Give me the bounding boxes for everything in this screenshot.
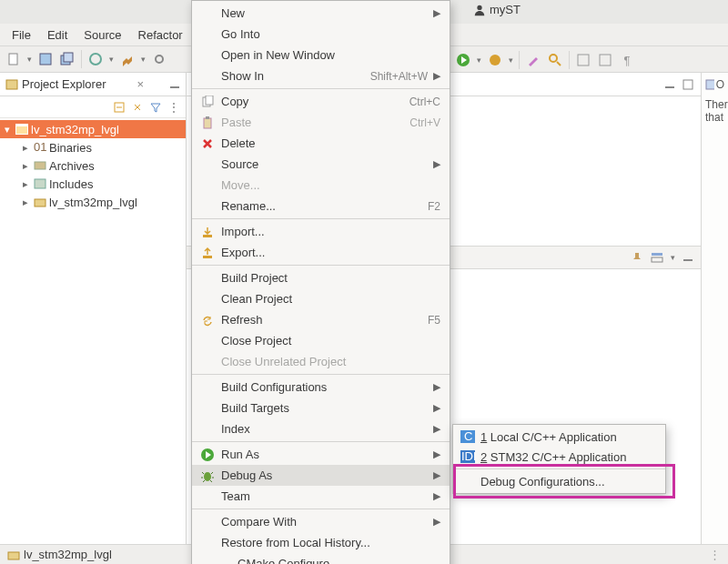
minimize-view-icon[interactable] xyxy=(664,79,675,90)
menu-separator xyxy=(192,265,450,266)
ctx-rename[interactable]: Rename...F2 xyxy=(192,196,450,217)
search-toolbar-icon[interactable] xyxy=(547,52,563,68)
box1-icon[interactable] xyxy=(575,52,592,68)
view-menu2-icon[interactable] xyxy=(651,251,663,264)
ctx-restore-from-local-history[interactable]: Restore from Local History... xyxy=(192,532,450,553)
project-tree: ▾ lv_stm32mp_lvgl ▸ 010 Binaries ▸ Archi… xyxy=(0,118,186,213)
minimize-props-icon[interactable] xyxy=(682,252,693,263)
ctx-show-in[interactable]: Show InShift+Alt+W▶ xyxy=(192,65,450,86)
menu-separator xyxy=(192,218,450,219)
svg-point-35 xyxy=(204,472,211,481)
svg-rect-1 xyxy=(9,54,17,65)
wand-icon[interactable] xyxy=(525,52,541,68)
svg-point-9 xyxy=(550,55,557,62)
project-explorer-tab[interactable]: Project Explorer × xyxy=(0,73,186,96)
svg-rect-24 xyxy=(652,257,662,262)
menu-refactor[interactable]: Refactor xyxy=(132,26,189,44)
ctx-go-into[interactable]: Go Into xyxy=(192,24,450,45)
tree-item-includes[interactable]: ▸ Includes xyxy=(0,175,186,193)
svg-rect-29 xyxy=(206,96,213,105)
ctx-build-configurations[interactable]: Build Configurations▶ xyxy=(192,377,450,398)
project-context-menu: New▶Go IntoOpen in New WindowShow InShif… xyxy=(191,0,450,564)
ctx-compare-with[interactable]: Compare With▶ xyxy=(192,511,450,532)
view-menu-icon[interactable]: ⋮ xyxy=(167,100,180,115)
pin-icon[interactable] xyxy=(631,251,643,264)
tree-root[interactable]: ▾ lv_stm32mp_lvgl xyxy=(0,120,186,138)
close-tab-icon[interactable]: × xyxy=(136,77,144,91)
pilcrow-icon[interactable]: ¶ xyxy=(619,52,635,68)
archives-icon xyxy=(34,160,46,171)
svg-rect-21 xyxy=(665,86,674,88)
ctx-build-project[interactable]: Build Project xyxy=(192,267,450,288)
includes-icon xyxy=(34,178,46,189)
ctx-move: Move... xyxy=(192,175,450,196)
submenu-stm32-c-app[interactable]: IDE 2 STM32 C/C++ Application xyxy=(453,447,665,467)
ctx-new[interactable]: New▶ xyxy=(192,3,450,24)
submenu-local-c-app[interactable]: C 1 Local C/C++ Application xyxy=(453,427,665,447)
svg-rect-2 xyxy=(40,54,51,65)
myst-link[interactable]: myST xyxy=(473,3,521,16)
outline-tab-icon[interactable]: O xyxy=(705,78,724,91)
box2-icon[interactable] xyxy=(597,52,613,68)
import-icon xyxy=(199,226,216,238)
submenu-arrow-icon: ▶ xyxy=(433,516,440,528)
new-icon[interactable] xyxy=(5,51,22,67)
svg-rect-16 xyxy=(16,126,27,134)
ctx-clean-project[interactable]: Clean Project xyxy=(192,288,450,309)
submenu-separator xyxy=(453,468,665,469)
ctx-source[interactable]: Source▶ xyxy=(192,154,450,175)
run-last-icon[interactable] xyxy=(487,52,503,68)
filter-icon[interactable] xyxy=(149,101,162,114)
ctx-run-as[interactable]: Run As▶ xyxy=(192,444,450,465)
collapse-all-icon[interactable] xyxy=(113,101,126,114)
svg-rect-19 xyxy=(35,179,46,188)
build-icon[interactable] xyxy=(119,51,136,67)
ctx-cmake-configure[interactable]: CMake Configure xyxy=(192,553,450,564)
ctx-close-project[interactable]: Close Project xyxy=(192,330,450,351)
svg-rect-30 xyxy=(204,118,211,128)
refresh-icon xyxy=(199,314,216,327)
tree-item-archives[interactable]: ▸ Archives xyxy=(0,156,186,175)
tree-item-src[interactable]: ▸ lv_stm32mp_lvgl xyxy=(0,193,186,211)
ctx-paste: PasteCtrl+V xyxy=(192,112,450,133)
submenu-arrow-icon: ▶ xyxy=(433,70,440,82)
ctx-export[interactable]: Export... xyxy=(192,242,450,263)
copy-icon xyxy=(199,96,216,108)
status-project-name: lv_stm32mp_lvgl xyxy=(24,548,112,561)
c-app-icon: C xyxy=(460,430,475,443)
ctx-delete[interactable]: Delete xyxy=(192,133,450,154)
ctx-close-unrelated-project: Close Unrelated Project xyxy=(192,351,450,372)
submenu-arrow-icon: ▶ xyxy=(433,381,440,393)
paste-icon xyxy=(199,116,216,129)
svg-rect-25 xyxy=(683,259,693,261)
maximize-view-icon[interactable] xyxy=(682,79,693,90)
folder-icon xyxy=(34,196,46,207)
submenu-arrow-icon: ▶ xyxy=(433,7,440,19)
cube-icon[interactable] xyxy=(87,51,104,67)
tree-item-binaries[interactable]: ▸ 010 Binaries xyxy=(0,138,186,156)
save-all-icon[interactable] xyxy=(59,51,76,67)
svg-rect-4 xyxy=(64,53,73,62)
ctx-open-in-new-window[interactable]: Open in New Window xyxy=(192,45,450,65)
svg-rect-23 xyxy=(652,253,662,256)
menu-source[interactable]: Source xyxy=(77,26,127,44)
ctx-team[interactable]: Team▶ xyxy=(192,486,450,507)
ctx-import[interactable]: Import... xyxy=(192,221,450,242)
status-menu-icon[interactable]: ⋮ xyxy=(709,548,721,561)
svg-rect-13 xyxy=(170,86,179,88)
ctx-build-targets[interactable]: Build Targets▶ xyxy=(192,398,450,418)
ctx-index[interactable]: Index▶ xyxy=(192,418,450,439)
ctx-debug-as[interactable]: Debug As▶ xyxy=(192,465,450,486)
ctx-refresh[interactable]: RefreshF5 xyxy=(192,309,450,330)
submenu-debug-configurations[interactable]: Debug Configurations... xyxy=(453,471,665,491)
menu-file[interactable]: File xyxy=(5,26,37,44)
save-icon[interactable] xyxy=(37,51,54,67)
menu-edit[interactable]: Edit xyxy=(41,26,74,44)
submenu-arrow-icon: ▶ xyxy=(433,158,440,170)
link-editor-icon[interactable] xyxy=(131,101,144,114)
ctx-copy[interactable]: CopyCtrl+C xyxy=(192,91,450,112)
run-toolbar-icon[interactable] xyxy=(455,52,471,68)
gear-icon[interactable] xyxy=(151,51,167,67)
svg-rect-31 xyxy=(206,116,209,119)
minimize-icon[interactable] xyxy=(169,79,180,90)
